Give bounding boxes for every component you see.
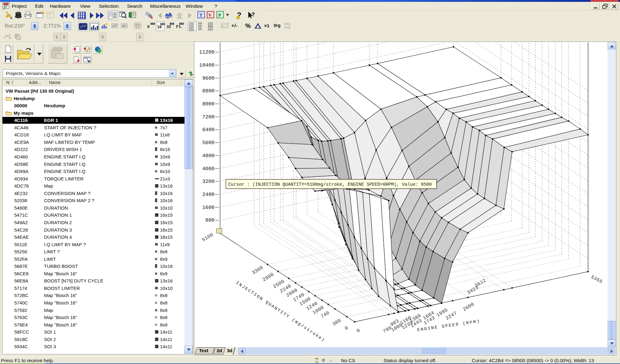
svg-text:9600: 9600 bbox=[202, 75, 215, 81]
svg-text:T: T bbox=[199, 13, 202, 18]
svg-text:11200: 11200 bbox=[199, 49, 215, 55]
svg-text:?: ? bbox=[251, 11, 255, 18]
svg-text:8000: 8000 bbox=[202, 101, 215, 107]
svg-text:8800: 8800 bbox=[202, 88, 215, 94]
svg-text:1600: 1600 bbox=[202, 205, 215, 211]
svg-text:2400: 2400 bbox=[202, 192, 215, 198]
svg-text:P: P bbox=[218, 13, 221, 18]
svg-text:3200: 3200 bbox=[202, 179, 215, 184]
svg-text:800: 800 bbox=[205, 217, 215, 223]
svg-text:5600: 5600 bbox=[202, 140, 215, 146]
svg-text:6400: 6400 bbox=[202, 127, 215, 133]
svg-text:V: V bbox=[208, 13, 212, 18]
svg-text:4000: 4000 bbox=[202, 166, 215, 172]
svg-text:7200: 7200 bbox=[202, 114, 215, 120]
svg-text:4800: 4800 bbox=[202, 153, 215, 159]
svg-text:Cursor : (INJECTION QUANTITY=5: Cursor : (INJECTION QUANTITY=5100mg/stro… bbox=[228, 182, 432, 187]
svg-text:10400: 10400 bbox=[199, 62, 215, 68]
